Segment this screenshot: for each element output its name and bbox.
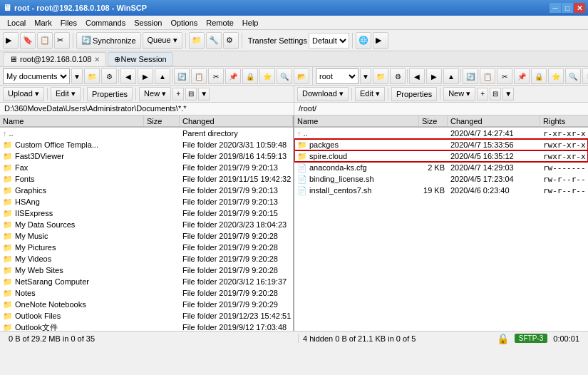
queue-button[interactable]: Queue ▾ <box>143 32 182 49</box>
right-col-name[interactable]: Name <box>294 115 419 126</box>
left-col-size[interactable]: Size <box>144 115 180 126</box>
tb-icon-8[interactable]: 🌐 <box>356 32 371 49</box>
tb-icon-5[interactable]: 📁 <box>189 32 205 49</box>
right-icon5[interactable]: 🔒 <box>531 68 547 84</box>
table-row[interactable]: 📁NotesFile folder 2019/7/9 9:20:28 <box>0 287 293 299</box>
table-row[interactable]: 📁My VideosFile folder 2019/7/9 9:20:28 <box>0 253 293 264</box>
table-row[interactable]: ↑..Parent directory <box>0 128 293 139</box>
table-row[interactable]: 📁packges2020/4/7 15:33:56rwxr-xr-xroot <box>294 139 588 150</box>
left-nav-fwd[interactable]: ▶ <box>138 68 153 84</box>
left-addr-drop[interactable]: ▼ <box>71 68 83 84</box>
table-row[interactable]: 📁IISExpressFile folder 2019/7/9 9:20:15 <box>0 207 293 219</box>
left-icon8[interactable]: 📂 <box>294 68 309 84</box>
right-properties-btn[interactable]: Properties <box>391 87 437 101</box>
left-new-btn[interactable]: New ▾ <box>139 87 171 101</box>
menu-local[interactable]: Local <box>3 17 30 29</box>
left-properties-btn[interactable]: Properties <box>87 87 133 101</box>
right-nav-up[interactable]: ▲ <box>443 68 459 84</box>
menu-help[interactable]: Help <box>238 17 263 29</box>
left-icon5[interactable]: 🔒 <box>242 68 258 84</box>
left-col-changed[interactable]: Changed <box>180 115 293 126</box>
table-row[interactable]: 📁My MusicFile folder 2019/7/9 9:20:28 <box>0 230 293 242</box>
left-nav-back[interactable]: ◀ <box>120 68 136 84</box>
close-button[interactable]: ✕ <box>574 3 585 13</box>
left-new-extra1[interactable]: + <box>172 88 184 101</box>
right-new-extra2[interactable]: ⊟ <box>490 88 501 101</box>
right-icon4[interactable]: 📌 <box>514 68 530 84</box>
right-nav-fwd[interactable]: ▶ <box>426 68 442 84</box>
left-addr-select[interactable]: My documents <box>3 68 70 84</box>
table-row[interactable]: 📁My Web SitesFile folder 2019/7/9 9:20:2… <box>0 264 293 276</box>
left-icon3[interactable]: ✂ <box>208 68 224 84</box>
right-icon3[interactable]: ✂ <box>497 68 512 84</box>
table-row[interactable]: 📁FaxFile folder 2019/7/9 9:20:13 <box>0 162 293 173</box>
table-row[interactable]: 📁OneNote NotebooksFile folder 2019/7/9 9… <box>0 299 293 310</box>
right-col-changed[interactable]: Changed <box>448 115 540 126</box>
left-nav-up[interactable]: ▲ <box>155 68 170 84</box>
synchronize-button[interactable]: 🔄 Synchronize <box>76 32 141 49</box>
table-row[interactable]: 📁My Data SourcesFile folder 2020/3/23 18… <box>0 219 293 230</box>
toolbar-icon-1[interactable]: ▶ <box>3 32 19 49</box>
right-edit-btn[interactable]: Edit ▾ <box>355 87 385 101</box>
toolbar-icon-3[interactable]: 📋 <box>37 32 53 49</box>
table-row[interactable]: 📁NetSarang ComputerFile folder 2020/3/12… <box>0 276 293 287</box>
table-row[interactable]: 📁FontsFile folder 2019/11/15 19:42:32 <box>0 173 293 185</box>
table-row[interactable]: 📁Outlook文件File folder 2019/9/12 17:03:48 <box>0 322 293 331</box>
right-find-files[interactable]: Find Files <box>582 68 588 84</box>
right-download-btn[interactable]: Download ▾ <box>297 87 349 101</box>
right-addr-btn2[interactable]: ⚙ <box>390 68 406 84</box>
menu-mark[interactable]: Mark <box>30 17 56 29</box>
tb-icon-7[interactable]: ⚙ <box>223 32 239 49</box>
left-icon4[interactable]: 📌 <box>225 68 241 84</box>
left-col-name[interactable]: Name <box>0 115 144 126</box>
right-col-size[interactable]: Size <box>419 115 448 126</box>
left-icon7[interactable]: 🔍 <box>277 68 292 84</box>
right-icon2[interactable]: 📋 <box>480 68 495 84</box>
transfer-select[interactable]: Default <box>309 33 349 48</box>
tab-close-icon[interactable]: ✕ <box>94 56 100 63</box>
table-row[interactable]: ↑..2020/4/7 14:27:41r-xr-xr-xroot <box>294 128 588 139</box>
right-refresh[interactable]: 🔄 <box>463 68 478 84</box>
table-row[interactable]: 📁GraphicsFile folder 2019/7/9 9:20:13 <box>0 185 293 196</box>
table-row[interactable]: 📁My PicturesFile folder 2019/7/9 9:20:28 <box>0 242 293 253</box>
table-row[interactable]: 📁Custom Office Templa...File folder 2020… <box>0 139 293 150</box>
right-icon6[interactable]: ⭐ <box>548 68 564 84</box>
right-new-extra1[interactable]: + <box>477 88 488 101</box>
left-addr-btn1[interactable]: 📁 <box>84 68 100 84</box>
left-addr-btn2[interactable]: ⚙ <box>101 68 117 84</box>
main-tab[interactable]: 🖥 root@192.168.0.108 ✕ <box>3 52 106 66</box>
left-new-extra3[interactable]: ▼ <box>198 88 210 101</box>
left-upload-btn[interactable]: Upload ▾ <box>3 87 44 101</box>
right-addr-select[interactable]: root <box>316 68 359 84</box>
menu-session[interactable]: Session <box>130 17 166 29</box>
table-row[interactable]: 📁spire.cloud2020/4/5 16:35:12rwxr-xr-xro… <box>294 150 588 162</box>
tb-icon-6[interactable]: 🔧 <box>206 32 222 49</box>
table-row[interactable]: 📁Fast3DViewerFile folder 2019/8/16 14:59… <box>0 150 293 162</box>
right-new-btn[interactable]: New ▾ <box>443 87 475 101</box>
table-row[interactable]: 📁HSAngFile folder 2019/7/9 9:20:13 <box>0 196 293 207</box>
table-row[interactable]: 📄install_centos7.sh19 KB2020/4/6 0:23:40… <box>294 185 588 196</box>
right-addr-drop[interactable]: ▼ <box>360 68 371 84</box>
right-icon7[interactable]: 🔍 <box>565 68 581 84</box>
menu-files[interactable]: Files <box>56 17 81 29</box>
new-session-tab[interactable]: ⊕ New Session <box>108 52 172 66</box>
toolbar-icon-2[interactable]: 🔖 <box>20 32 36 49</box>
left-icon6[interactable]: ⭐ <box>259 68 275 84</box>
right-addr-btn1[interactable]: 📁 <box>373 68 388 84</box>
tb-icon-9[interactable]: ▶ <box>373 32 388 49</box>
right-col-rights[interactable]: Rights <box>540 115 588 126</box>
menu-commands[interactable]: Commands <box>81 17 130 29</box>
maximize-button[interactable]: □ <box>562 3 573 13</box>
table-row[interactable]: 📄anaconda-ks.cfg2 KB2020/4/7 14:29:03rw-… <box>294 162 588 173</box>
toolbar-icon-4[interactable]: ✂ <box>54 32 70 49</box>
left-edit-btn[interactable]: Edit ▾ <box>51 87 81 101</box>
minimize-button[interactable]: ─ <box>550 3 561 13</box>
right-new-extra3[interactable]: ▼ <box>502 88 514 101</box>
menu-remote[interactable]: Remote <box>202 17 238 29</box>
right-nav-back[interactable]: ◀ <box>409 68 425 84</box>
menu-options[interactable]: Options <box>166 17 202 29</box>
table-row[interactable]: 📁Outlook FilesFile folder 2019/12/23 15:… <box>0 310 293 322</box>
left-icon2[interactable]: 📋 <box>191 68 207 84</box>
left-new-extra2[interactable]: ⊟ <box>185 88 197 101</box>
left-refresh[interactable]: 🔄 <box>174 68 190 84</box>
